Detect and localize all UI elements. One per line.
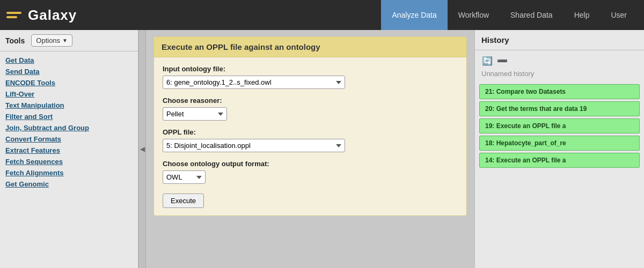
history-refresh-icon[interactable]: 🔄 [481,55,493,66]
tools-label: Tools [5,36,25,45]
sidebar-link-fetch-sequences[interactable]: Fetch Sequences [4,156,134,167]
reasoner-group: Choose reasoner: PelletHermiTFact++ [163,96,458,121]
header: Galaxy Analyze DataWorkflowShared DataHe… [0,0,644,30]
input-ontology-label: Input ontology file: [163,65,458,73]
sidebar-header: Tools Options ▼ [0,30,138,51]
logo-area: Galaxy [6,7,77,24]
sidebar-link-get-genomic[interactable]: Get Genomic [4,178,134,190]
sidebar-link-filter-and-sort[interactable]: Filter and Sort [4,111,134,122]
sidebar-links-container: Get DataSend DataENCODE ToolsLift-OverTe… [0,51,138,268]
nav-item-help[interactable]: Help [564,0,601,30]
sidebar-link-extract-features[interactable]: Extract Features [4,145,134,156]
unnamed-history-label: Unnamed history [475,69,644,82]
form-title: Execute an OPPL file against an ontology [154,37,466,57]
sidebar-link-fetch-alignments[interactable]: Fetch Alignments [4,167,134,178]
oppl-label: OPPL file: [163,128,458,136]
output-format-group: Choose ontology output format: OWLRDFOBO [163,160,458,184]
history-collapse-icon[interactable]: ➖ [496,55,508,66]
oppl-select[interactable]: 5: Disjoint_localisation.oppl [163,139,345,152]
content-scroll: Execute an OPPL file against an ontology… [146,30,474,268]
sidebar-link-encode-tools[interactable]: ENCODE Tools [4,77,134,88]
input-ontology-group: Input ontology file: 6: gene_ontology.1_… [163,65,458,89]
input-ontology-select[interactable]: 6: gene_ontology.1_2..s_fixed.owl [163,76,345,89]
sidebar-link-text-manipulation[interactable]: Text Manipulation [4,100,134,111]
options-button[interactable]: Options ▼ [31,34,72,47]
nav-item-shared-data[interactable]: Shared Data [500,0,564,30]
sidebar-link-get-data[interactable]: Get Data [4,55,134,66]
nav-item-analyze-data[interactable]: Analyze Data [381,0,447,30]
nav-item-workflow[interactable]: Workflow [448,0,500,30]
app-title: Galaxy [28,7,77,24]
sidebar: Tools Options ▼ Get DataSend DataENCODE … [0,30,138,268]
options-label: Options [36,36,60,44]
execute-button[interactable]: Execute [163,193,204,208]
main-layout: Tools Options ▼ Get DataSend DataENCODE … [0,30,644,268]
chevron-down-icon: ▼ [62,38,68,43]
sidebar-link-join-subtract-and-group[interactable]: Join, Subtract and Group [4,122,134,133]
sidebar-link-send-data[interactable]: Send Data [4,66,134,77]
logo-line-1 [6,12,21,14]
reasoner-select[interactable]: PelletHermiTFact++ [163,107,227,121]
logo-icon [6,9,24,21]
sidebar-link-convert-formats[interactable]: Convert Formats [4,133,134,145]
main-nav: Analyze DataWorkflowShared DataHelpUser [381,0,638,30]
form-body: Input ontology file: 6: gene_ontology.1_… [154,57,466,215]
logo-line-2 [6,16,17,18]
history-item[interactable]: 18: Hepatocyte_part_of_re [479,136,640,151]
history-panel: History 🔄 ➖ Unnamed history 21: Compare … [474,30,644,268]
history-items-container: 21: Compare two Datasets20: Get the term… [475,82,644,268]
history-item[interactable]: 14: Execute an OPPL file a [479,153,640,168]
oppl-group: OPPL file: 5: Disjoint_localisation.oppl [163,128,458,152]
history-controls: 🔄 ➖ [475,50,644,69]
history-item[interactable]: 19: Execute an OPPL file a [479,118,640,133]
output-format-select[interactable]: OWLRDFOBO [163,170,206,184]
history-item[interactable]: 20: Get the terms that are data 19 [479,101,640,116]
form-panel: Execute an OPPL file against an ontology… [153,36,467,216]
content-area: Execute an OPPL file against an ontology… [146,30,474,268]
output-format-label: Choose ontology output format: [163,160,458,168]
reasoner-label: Choose reasoner: [163,96,458,105]
nav-item-user[interactable]: User [600,0,638,30]
sidebar-link-lift-over[interactable]: Lift-Over [4,88,134,100]
left-collapse-handle[interactable]: ◀ [138,30,146,268]
history-title: History [475,30,644,50]
history-item[interactable]: 21: Compare two Datasets [479,84,640,99]
